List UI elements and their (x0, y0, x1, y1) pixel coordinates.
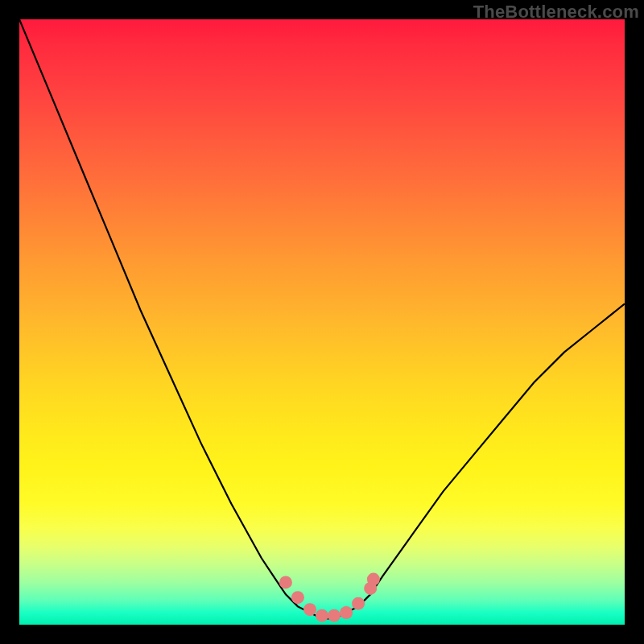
watermark-text: TheBottleneck.com (473, 2, 639, 23)
curve-marker (316, 609, 328, 622)
bottleneck-curve-path (19, 19, 625, 619)
curve-marker (291, 591, 304, 604)
chart-frame: TheBottleneck.com (0, 0, 644, 644)
plot-area (19, 19, 625, 625)
curve-marker (328, 609, 341, 622)
curve-svg (19, 19, 625, 625)
curve-marker (367, 573, 380, 586)
curve-marker (352, 597, 365, 610)
curve-marker (340, 606, 353, 619)
curve-marker (279, 576, 292, 588)
marker-group (279, 573, 380, 622)
curve-marker (303, 603, 316, 616)
